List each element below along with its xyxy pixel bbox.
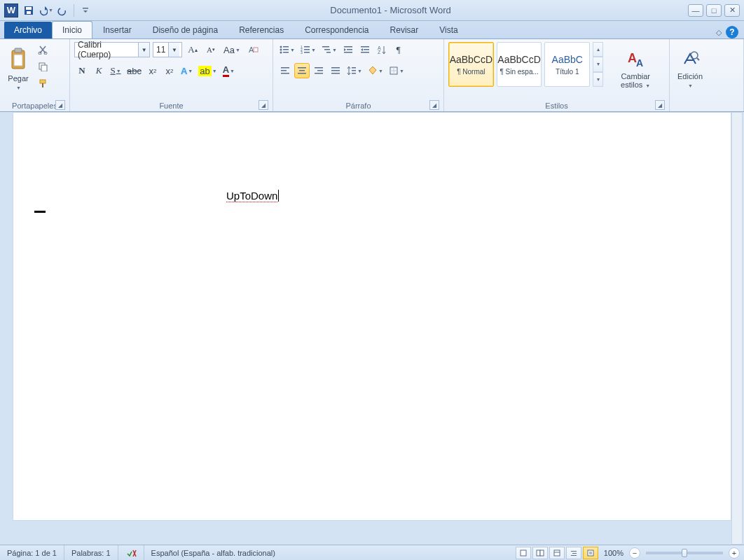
borders-icon[interactable]: ▼ <box>387 63 406 78</box>
group-clipboard: Pegar▼ Portapapeles◢ <box>0 39 70 111</box>
font-family-combo[interactable]: Calibri (Cuerpo)▼ <box>74 42 150 57</box>
style-normal[interactable]: AaBbCcD ¶ Normal <box>448 42 494 87</box>
sort-icon[interactable]: AZ <box>374 42 390 57</box>
show-marks-icon[interactable]: ¶ <box>391 42 406 57</box>
superscript-button[interactable]: x2 <box>162 63 177 78</box>
redo-icon[interactable] <box>55 3 70 18</box>
tab-view[interactable]: Vista <box>429 21 468 38</box>
status-words[interactable]: Palabras: 1 <box>64 545 118 560</box>
document-body[interactable]: UpToDown <box>13 113 731 202</box>
grow-font-icon[interactable]: A▴ <box>185 42 200 57</box>
paragraph-launcher-icon[interactable]: ◢ <box>429 100 439 110</box>
text-effects-icon[interactable]: A▼ <box>179 63 195 78</box>
shrink-font-icon[interactable]: A▾ <box>203 42 219 57</box>
zoom-thumb[interactable] <box>682 549 687 557</box>
styles-label: Estilos <box>545 102 567 110</box>
status-proofing[interactable] <box>118 545 144 560</box>
minimize-button[interactable]: — <box>688 4 703 17</box>
bold-button[interactable]: N <box>74 63 90 78</box>
styles-launcher-icon[interactable]: ◢ <box>655 100 665 110</box>
svg-rect-65 <box>540 550 544 556</box>
style-heading1[interactable]: AaBbC Título 1 <box>544 42 590 87</box>
style-normal-label: ¶ Normal <box>457 68 485 76</box>
status-language[interactable]: Español (España - alfab. tradicional) <box>144 545 282 560</box>
svg-rect-32 <box>344 52 352 53</box>
svg-rect-71 <box>588 550 593 556</box>
clear-formatting-icon[interactable]: A <box>245 42 261 57</box>
maximize-button[interactable]: □ <box>706 4 722 17</box>
align-left-icon[interactable] <box>277 63 293 78</box>
group-styles: AaBbCcD ¶ Normal AaBbCcD ¶ Sin espa... A… <box>444 39 670 111</box>
align-right-icon[interactable] <box>311 63 326 78</box>
save-icon[interactable] <box>21 3 36 18</box>
numbering-icon[interactable]: 123▼ <box>298 42 318 57</box>
svg-rect-28 <box>324 49 330 50</box>
view-print-layout-icon[interactable] <box>516 547 531 559</box>
copy-icon[interactable] <box>35 59 50 74</box>
document-area[interactable]: UpToDown <box>13 112 731 521</box>
change-styles-button[interactable]: AA Cambiar estilos ▼ <box>606 42 665 97</box>
svg-rect-50 <box>352 67 356 69</box>
line-spacing-icon[interactable]: ▼ <box>345 63 364 78</box>
font-launcher-icon[interactable]: ◢ <box>259 100 268 110</box>
increase-indent-icon[interactable] <box>357 42 373 57</box>
group-editing: Edición▼ <box>670 39 744 111</box>
multilevel-list-icon[interactable]: ▼ <box>319 42 339 57</box>
zoom-slider[interactable] <box>646 552 723 554</box>
view-web-icon[interactable] <box>549 547 565 559</box>
minimize-ribbon-icon[interactable]: ◇ <box>716 28 722 37</box>
paste-button[interactable]: Pegar▼ <box>4 42 32 97</box>
tab-insert[interactable]: Insertar <box>92 21 142 38</box>
font-size-combo[interactable]: 11▼ <box>153 42 182 57</box>
style-preview: AaBbC <box>552 54 583 65</box>
undo-icon[interactable]: ▼ <box>38 3 53 18</box>
justify-icon[interactable] <box>328 63 343 78</box>
svg-rect-16 <box>283 46 289 48</box>
status-page[interactable]: Página: 1 de 1 <box>0 545 64 560</box>
clipboard-launcher-icon[interactable]: ◢ <box>55 100 65 110</box>
font-color-icon[interactable]: A▼ <box>221 63 237 78</box>
zoom-level[interactable]: 100% <box>604 549 624 557</box>
format-painter-icon[interactable] <box>35 76 50 91</box>
change-case-icon[interactable]: Aa▼ <box>221 42 242 57</box>
styles-gallery-scroll[interactable]: ▴▾▾ <box>593 42 603 87</box>
word-app-icon: W <box>4 4 18 18</box>
svg-rect-11 <box>40 80 46 83</box>
style-no-spacing[interactable]: AaBbCcD ¶ Sin espa... <box>497 42 542 87</box>
qat-customize-icon[interactable] <box>78 3 93 18</box>
zoom-in-button[interactable]: + <box>729 547 740 559</box>
tab-file[interactable]: Archivo <box>4 22 52 38</box>
highlight-icon[interactable]: ab▼ <box>196 63 219 78</box>
zoom-out-button[interactable]: − <box>629 547 640 559</box>
decrease-indent-icon[interactable] <box>340 42 356 57</box>
svg-rect-5 <box>15 48 22 52</box>
vertical-scrollbar[interactable] <box>731 112 743 545</box>
window-controls: — □ ✕ <box>688 4 740 17</box>
group-font: Calibri (Cuerpo)▼ 11▼ A▴ A▾ Aa▼ A N K S▼… <box>70 39 273 111</box>
tab-review[interactable]: Revisar <box>380 21 429 38</box>
close-button[interactable]: ✕ <box>724 4 740 17</box>
align-center-icon[interactable] <box>294 63 310 78</box>
document-text[interactable]: UpToDown <box>226 190 277 202</box>
editing-button[interactable]: Edición▼ <box>674 42 706 97</box>
italic-button[interactable]: K <box>91 63 106 78</box>
strikethrough-button[interactable]: abc <box>125 63 144 78</box>
view-draft-icon[interactable] <box>583 547 598 559</box>
tab-layout[interactable]: Diseño de página <box>142 21 228 38</box>
view-fullscreen-icon[interactable] <box>532 547 548 559</box>
underline-button[interactable]: S▼ <box>108 63 123 78</box>
separator <box>74 4 74 17</box>
shading-icon[interactable]: ▼ <box>366 63 385 78</box>
tab-mail[interactable]: Correspondencia <box>294 21 379 38</box>
svg-rect-34 <box>364 49 369 50</box>
clipboard-label: Portapapeles <box>12 102 57 110</box>
tab-references[interactable]: Referencias <box>228 21 294 38</box>
cut-icon[interactable] <box>35 42 50 57</box>
tab-home[interactable]: Inicio <box>52 21 92 38</box>
help-icon[interactable]: ? <box>726 26 738 38</box>
ribbon-tabs: Archivo Inicio Insertar Diseño de página… <box>0 21 744 39</box>
bullets-icon[interactable]: ▼ <box>277 42 297 57</box>
subscript-button[interactable]: x2 <box>145 63 160 78</box>
svg-rect-18 <box>283 49 289 50</box>
view-outline-icon[interactable] <box>566 547 581 559</box>
